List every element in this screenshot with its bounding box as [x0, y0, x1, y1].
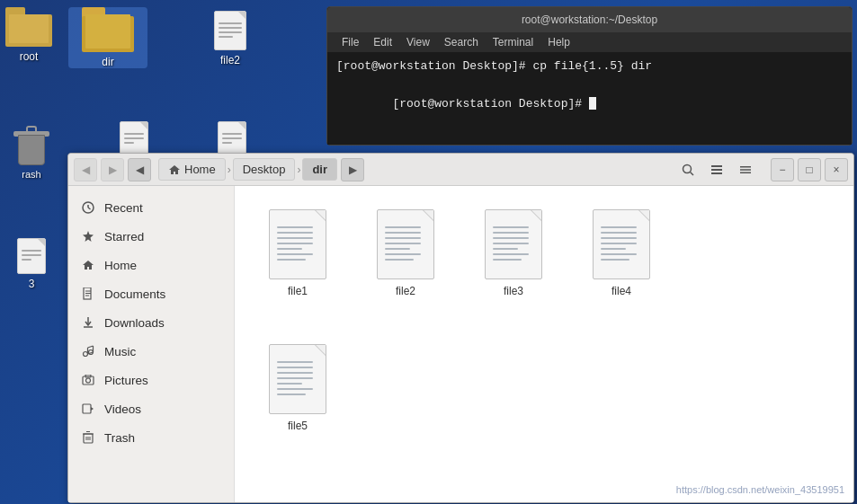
- trash-icon: [13, 126, 49, 165]
- menu-icon: [739, 164, 752, 176]
- sidebar-item-home[interactable]: Home: [68, 251, 234, 279]
- svg-marker-28: [91, 407, 94, 411]
- terminal-title: root@workstation:~/Desktop: [522, 13, 657, 26]
- file-name-file1: file1: [288, 285, 308, 297]
- svg-point-18: [84, 352, 88, 357]
- file-name-file4: file4: [612, 285, 631, 297]
- file-item-file5[interactable]: file5: [253, 339, 343, 438]
- file-name-file3: file3: [504, 285, 523, 297]
- sidebar-item-documents[interactable]: Documents: [68, 279, 234, 308]
- file-icon-file3: [485, 209, 542, 279]
- prev-button[interactable]: ◀: [128, 158, 151, 181]
- fm-content[interactable]: file1 fil: [235, 186, 853, 502]
- svg-rect-3: [711, 169, 722, 171]
- svg-rect-2: [711, 165, 722, 167]
- terminal-content[interactable]: [root@workstation Desktop]# cp file{1..5…: [327, 52, 852, 145]
- file-item-file1[interactable]: file1: [253, 204, 343, 303]
- breadcrumb-desktop[interactable]: Desktop: [233, 158, 296, 181]
- terminal-window: root@workstation:~/Desktop File Edit Vie…: [326, 6, 853, 146]
- terminal-menu-help[interactable]: Help: [540, 34, 577, 50]
- sidebar-item-downloads[interactable]: Downloads: [68, 308, 234, 337]
- file-icon: [214, 11, 246, 50]
- terminal-cursor: [589, 97, 596, 110]
- sidebar-label-trash: Trash: [104, 431, 135, 445]
- list-view-icon: [710, 164, 723, 176]
- star-icon: [81, 229, 95, 243]
- sidebar-label-home: Home: [104, 259, 137, 272]
- desktop-icon-dir[interactable]: dir: [68, 7, 147, 68]
- svg-marker-11: [83, 231, 94, 242]
- fm-titlebar: ◀ ▶ ◀ Home › Desktop › dir: [68, 154, 853, 186]
- file-icon: [120, 121, 148, 155]
- desktop-icon-root[interactable]: root: [0, 7, 65, 63]
- folder-icon: [5, 7, 52, 47]
- view-list-button[interactable]: [704, 157, 729, 182]
- svg-point-0: [683, 164, 692, 172]
- desktop-icon-file-mid2[interactable]: [196, 121, 268, 155]
- fm-sidebar: Recent Starred Home: [68, 186, 235, 502]
- file-icon: [17, 238, 46, 274]
- sidebar-label-recent: Recent: [104, 201, 143, 215]
- desktop-icon-label: root: [20, 50, 39, 63]
- search-icon: [682, 164, 694, 176]
- desktop-icon-file-mid1[interactable]: [98, 121, 170, 155]
- terminal-menu-search[interactable]: Search: [437, 34, 486, 50]
- terminal-menu-file[interactable]: File: [335, 34, 366, 50]
- file-manager-window: ◀ ▶ ◀ Home › Desktop › dir: [67, 153, 854, 503]
- desktop-icon-label: rash: [22, 169, 40, 180]
- desktop-icon-trash[interactable]: rash: [0, 126, 67, 180]
- terminal-titlebar: root@workstation:~/Desktop: [327, 7, 852, 32]
- home-icon: [168, 164, 181, 175]
- breadcrumb-dir[interactable]: dir: [302, 158, 337, 181]
- sidebar-item-recent[interactable]: Recent: [68, 193, 234, 222]
- search-button[interactable]: [675, 157, 701, 182]
- svg-rect-4: [711, 172, 722, 174]
- forward-button[interactable]: ▶: [101, 158, 124, 181]
- sidebar-item-pictures[interactable]: Pictures: [68, 366, 234, 394]
- terminal-menu-view[interactable]: View: [399, 34, 437, 50]
- folder-icon: [82, 7, 134, 52]
- terminal-menu-edit[interactable]: Edit: [366, 34, 399, 50]
- download-icon: [81, 315, 95, 330]
- sidebar-label-documents: Documents: [104, 287, 165, 301]
- terminal-menu: File Edit View Search Terminal Help: [327, 32, 852, 52]
- maximize-button[interactable]: □: [798, 158, 821, 181]
- back-button[interactable]: ◀: [74, 158, 97, 181]
- minimize-button[interactable]: −: [771, 158, 794, 181]
- sidebar-label-videos: Videos: [104, 402, 141, 416]
- file-item-file4[interactable]: file4: [576, 204, 666, 303]
- sidebar-item-music[interactable]: Music: [68, 337, 234, 366]
- close-button[interactable]: ×: [825, 158, 848, 181]
- desktop-icon-label: 3: [29, 278, 35, 290]
- svg-line-23: [88, 346, 94, 348]
- sidebar-label-downloads: Downloads: [104, 316, 165, 330]
- file-item-file2[interactable]: file2: [361, 204, 451, 303]
- sidebar-label-music: Music: [104, 345, 136, 358]
- file-name-file2: file2: [396, 285, 415, 297]
- sidebar-item-starred[interactable]: Starred: [68, 222, 234, 251]
- file-icon-file1: [269, 209, 326, 279]
- terminal-menu-terminal[interactable]: Terminal: [486, 34, 540, 50]
- video-icon: [81, 402, 95, 416]
- svg-rect-6: [740, 169, 751, 171]
- file-item-file3[interactable]: file3: [469, 204, 558, 303]
- camera-icon: [81, 373, 95, 387]
- desktop-icon-label: file2: [220, 54, 240, 66]
- svg-line-10: [88, 208, 91, 209]
- sidebar-item-videos[interactable]: Videos: [68, 394, 234, 423]
- sidebar-label-pictures: Pictures: [104, 374, 148, 387]
- sidebar-item-trash[interactable]: Trash: [68, 423, 234, 452]
- desktop-icon-label: dir: [102, 56, 113, 68]
- desktop-icon-file-btm[interactable]: 3: [0, 238, 67, 290]
- svg-rect-7: [740, 172, 751, 173]
- svg-rect-27: [83, 404, 91, 413]
- file-icon: [218, 121, 246, 155]
- menu-button[interactable]: [733, 157, 758, 182]
- desktop-icon-file2[interactable]: file2: [194, 11, 266, 66]
- clock-icon: [81, 200, 95, 215]
- document-icon: [81, 287, 95, 301]
- terminal-line-2: [root@workstation Desktop]#: [336, 76, 843, 132]
- next-button[interactable]: ▶: [341, 158, 364, 181]
- file-icon-file5: [269, 344, 326, 414]
- breadcrumb-home[interactable]: Home: [158, 158, 226, 181]
